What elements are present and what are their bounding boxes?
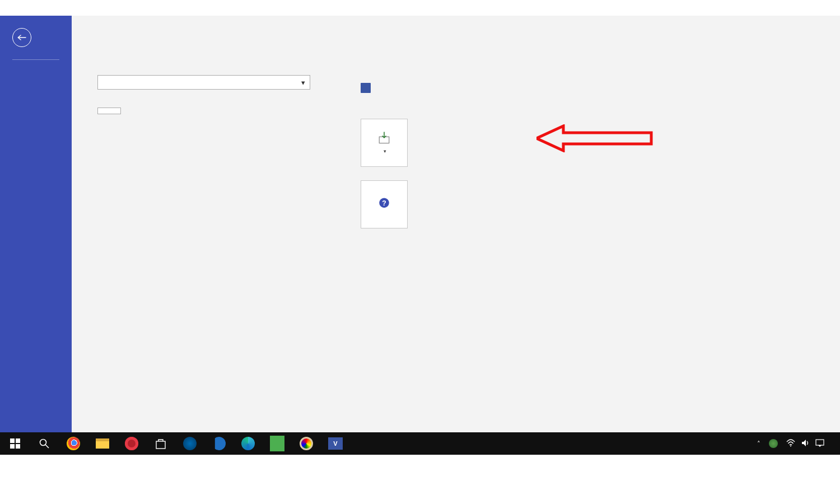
sign-in-button[interactable] bbox=[97, 108, 121, 114]
taskbar-edge[interactable] bbox=[241, 436, 255, 451]
taskbar-paint[interactable] bbox=[299, 436, 314, 451]
visio-icon bbox=[361, 83, 371, 93]
taskbar-swirl[interactable] bbox=[183, 436, 197, 451]
start-button[interactable] bbox=[8, 436, 22, 451]
title-bar bbox=[0, 16, 840, 34]
taskbar-opera[interactable] bbox=[124, 436, 139, 451]
svg-rect-4 bbox=[10, 438, 15, 443]
sidebar-separator bbox=[12, 59, 59, 60]
taskbar-green-app[interactable] bbox=[270, 436, 284, 451]
svg-text:?: ? bbox=[382, 199, 386, 207]
windows-taskbar: V ˄ bbox=[0, 432, 840, 455]
svg-point-8 bbox=[40, 440, 46, 446]
tray-chevron-icon[interactable]: ˄ bbox=[757, 440, 760, 447]
svg-point-11 bbox=[790, 445, 791, 446]
taskbar-explorer[interactable] bbox=[95, 436, 110, 451]
svg-line-9 bbox=[45, 445, 49, 448]
about-visio-button[interactable]: ? bbox=[361, 180, 408, 228]
question-icon: ? bbox=[376, 196, 392, 211]
taskbar-visio[interactable]: V bbox=[328, 436, 343, 451]
tray-volume-icon[interactable] bbox=[801, 439, 810, 449]
chevron-down-icon: ▾ bbox=[384, 148, 386, 154]
svg-rect-7 bbox=[16, 444, 20, 449]
svg-rect-5 bbox=[16, 438, 20, 443]
back-button[interactable] bbox=[12, 28, 31, 47]
store-icon bbox=[155, 437, 167, 450]
taskbar-chrome[interactable] bbox=[66, 436, 81, 451]
page-padding bbox=[0, 455, 840, 504]
search-button[interactable] bbox=[37, 436, 52, 451]
svg-rect-12 bbox=[816, 440, 824, 445]
chevron-down-icon: ▾ bbox=[301, 78, 305, 87]
account-page: ▾ bbox=[72, 34, 840, 432]
tray-action-center-icon[interactable] bbox=[815, 439, 824, 449]
back-arrow-icon bbox=[17, 34, 27, 41]
svg-rect-6 bbox=[10, 444, 15, 449]
tray-globe-icon[interactable] bbox=[766, 436, 781, 451]
windows-logo-icon bbox=[10, 438, 20, 449]
update-options-button[interactable]: ▾ bbox=[361, 119, 408, 167]
backstage-sidebar bbox=[0, 16, 72, 432]
search-icon bbox=[39, 438, 49, 449]
svg-rect-10 bbox=[156, 441, 165, 449]
update-icon bbox=[376, 130, 392, 145]
tray-wifi-icon[interactable] bbox=[786, 439, 795, 449]
taskbar-store[interactable] bbox=[153, 436, 168, 451]
office-theme-select[interactable]: ▾ bbox=[97, 75, 310, 90]
taskbar-edge-legacy[interactable] bbox=[212, 436, 226, 451]
